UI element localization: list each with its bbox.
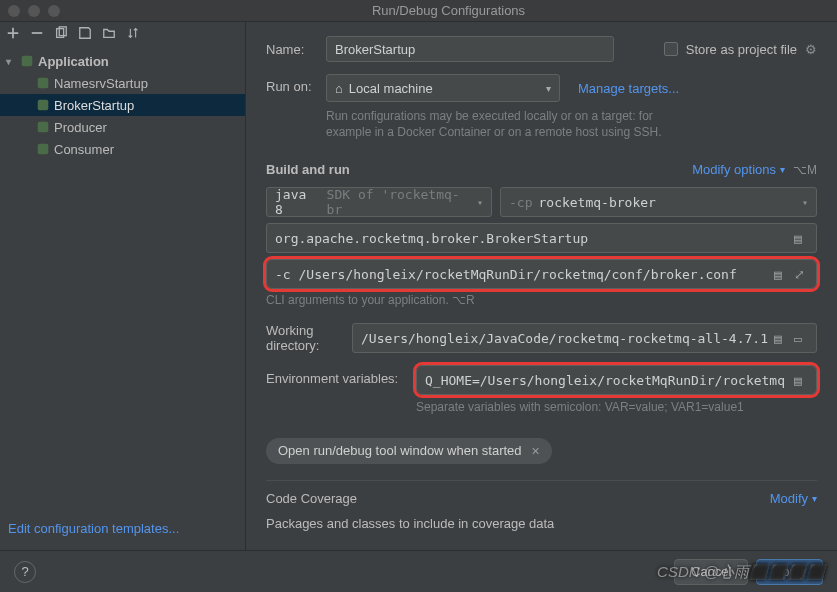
coverage-section-title: Code Coverage: [266, 491, 357, 506]
name-input[interactable]: [326, 36, 614, 62]
list-icon[interactable]: ▤: [794, 373, 808, 388]
traffic-close-icon[interactable]: [8, 5, 20, 17]
runon-hint: Run configurations may be executed local…: [326, 108, 666, 140]
working-dir-value: /Users/hongleix/JavaCode/rocketmq-rocket…: [361, 331, 768, 346]
jdk-select[interactable]: java 8 SDK of 'rocketmq-br ▾: [266, 187, 492, 217]
add-icon[interactable]: [6, 26, 20, 43]
tree-item-consumer[interactable]: Consumer: [0, 138, 245, 160]
env-vars-value: Q_HOME=/Users/hongleix/rocketMqRunDir/ro…: [425, 373, 785, 388]
list-icon[interactable]: ▤: [774, 331, 788, 346]
tree-item-broker[interactable]: BrokerStartup: [0, 94, 245, 116]
edit-templates-link[interactable]: Edit configuration templates...: [8, 521, 179, 536]
application-icon: [20, 54, 34, 68]
cli-args-value: -c /Users/hongleix/rocketMqRunDir/rocket…: [275, 267, 737, 282]
jdk-value: java 8: [275, 187, 321, 217]
application-icon: [36, 98, 50, 112]
svg-rect-4: [38, 78, 49, 89]
close-icon[interactable]: ×: [532, 443, 540, 459]
classpath-select[interactable]: -cp rocketmq-broker ▾: [500, 187, 817, 217]
copy-icon[interactable]: [54, 26, 68, 43]
list-icon[interactable]: ▤: [774, 267, 788, 282]
cp-value: rocketmq-broker: [538, 195, 655, 210]
tree-root-application[interactable]: ▾ Application: [0, 50, 245, 72]
sidebar-toolbar: [0, 22, 245, 46]
tree-item-label: Consumer: [54, 142, 114, 157]
traffic-min-icon[interactable]: [28, 5, 40, 17]
help-button[interactable]: ?: [14, 561, 36, 583]
build-section-title: Build and run: [266, 162, 350, 177]
svg-rect-6: [38, 122, 49, 133]
svg-rect-3: [22, 56, 33, 67]
store-label: Store as project file: [686, 42, 797, 57]
window-title: Run/Debug Configurations: [68, 3, 829, 18]
name-label: Name:: [266, 42, 326, 57]
cancel-button[interactable]: Cancel: [674, 559, 748, 585]
chevron-down-icon: ▾: [546, 83, 551, 94]
sidebar: ▾ Application NamesrvStartup BrokerStart…: [0, 22, 246, 550]
chevron-down-icon: ▾: [812, 493, 817, 504]
tree-item-label: NamesrvStartup: [54, 76, 148, 91]
form-panel: Name: Store as project file ⚙ Run on: ⌂ …: [246, 22, 837, 550]
store-checkbox[interactable]: [664, 42, 678, 56]
cli-hint: CLI arguments to your application. ⌥R: [266, 293, 817, 307]
coverage-packages-label: Packages and classes to include in cover…: [266, 516, 817, 531]
application-icon: [36, 142, 50, 156]
main-class-input[interactable]: org.apache.rocketmq.broker.BrokerStartup…: [266, 223, 817, 253]
application-icon: [36, 120, 50, 134]
env-hint: Separate variables with semicolon: VAR=v…: [416, 399, 817, 415]
config-tree: ▾ Application NamesrvStartup BrokerStart…: [0, 46, 245, 160]
divider: [266, 480, 817, 481]
svg-rect-5: [38, 100, 49, 111]
tree-item-label: BrokerStartup: [54, 98, 134, 113]
cli-args-input[interactable]: -c /Users/hongleix/rocketMqRunDir/rocket…: [266, 259, 817, 289]
manage-targets-link[interactable]: Manage targets...: [578, 81, 679, 96]
home-icon: ⌂: [335, 81, 343, 96]
cp-prefix: -cp: [509, 195, 532, 210]
gear-icon[interactable]: ⚙: [805, 42, 817, 57]
modify-shortcut: ⌥M: [793, 163, 817, 177]
list-icon[interactable]: ▤: [794, 231, 808, 246]
main-class-value: org.apache.rocketmq.broker.BrokerStartup: [275, 231, 588, 246]
expand-icon[interactable]: ⤢: [794, 267, 808, 282]
footer: ? Cancel Apply: [0, 550, 837, 592]
folder-icon[interactable]: ▭: [794, 331, 808, 346]
runon-value: Local machine: [349, 81, 433, 96]
working-dir-label: Working directory:: [266, 323, 352, 353]
application-icon: [36, 76, 50, 90]
save-icon[interactable]: [78, 26, 92, 43]
coverage-modify-link[interactable]: Modify ▾: [770, 491, 817, 506]
chevron-down-icon: ▾: [780, 164, 785, 175]
chevron-down-icon: ▾: [802, 197, 808, 208]
tree-root-label: Application: [38, 54, 109, 69]
sort-icon[interactable]: [126, 26, 140, 43]
folder-icon[interactable]: [102, 26, 116, 43]
runon-label: Run on:: [266, 74, 326, 94]
jdk-hint: SDK of 'rocketmq-br: [327, 187, 471, 217]
env-vars-input[interactable]: Q_HOME=/Users/hongleix/rocketMqRunDir/ro…: [416, 365, 817, 395]
chip-label: Open run/debug tool window when started: [278, 443, 522, 458]
svg-rect-0: [32, 32, 43, 34]
tree-item-label: Producer: [54, 120, 107, 135]
working-dir-input[interactable]: /Users/hongleix/JavaCode/rocketmq-rocket…: [352, 323, 817, 353]
chevron-down-icon: ▾: [477, 197, 483, 208]
svg-rect-7: [38, 144, 49, 155]
caret-down-icon: ▾: [6, 56, 16, 67]
tree-item-producer[interactable]: Producer: [0, 116, 245, 138]
traffic-max-icon[interactable]: [48, 5, 60, 17]
runon-select[interactable]: ⌂ Local machine ▾: [326, 74, 560, 102]
modify-options-link[interactable]: Modify options ▾: [692, 162, 785, 177]
tree-item-namesrv[interactable]: NamesrvStartup: [0, 72, 245, 94]
apply-button[interactable]: Apply: [756, 559, 823, 585]
env-label: Environment variables:: [266, 365, 416, 386]
titlebar: Run/Debug Configurations: [0, 0, 837, 22]
open-tool-window-chip[interactable]: Open run/debug tool window when started …: [266, 438, 552, 464]
remove-icon[interactable]: [30, 26, 44, 43]
